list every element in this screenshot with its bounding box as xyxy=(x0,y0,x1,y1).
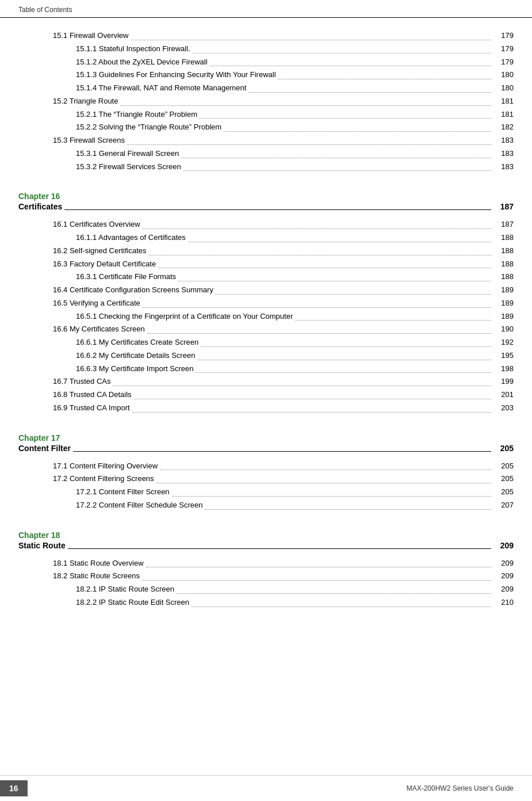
toc-entry-page: 201 xyxy=(493,388,514,402)
toc-entry-page: 179 xyxy=(493,43,514,56)
toc-entry: 15.1.1 Stateful Inspection Firewall.179 xyxy=(76,43,514,56)
toc-entry: 16.3.1 Certificate File Formats188 xyxy=(76,270,514,284)
toc-entry-page: 188 xyxy=(493,258,514,271)
toc-entry: 18.2.1 IP Static Route Screen209 xyxy=(76,583,514,596)
toc-entry-title: 17.1 Content Filtering Overview xyxy=(53,460,158,473)
toc-entry-title: 17.2.1 Content Filter Screen xyxy=(76,486,170,499)
toc-entry: 15.2.1 The “Triangle Route” Problem181 xyxy=(76,108,514,121)
toc-entry-page: 209 xyxy=(493,583,514,596)
toc-entry: 15.3 Firewall Screens183 xyxy=(53,134,514,147)
toc-entry: 17.2.1 Content Filter Screen205 xyxy=(76,486,514,499)
toc-entry-page: 180 xyxy=(493,68,514,82)
toc-entry-title: 16.8 Trusted CA Details xyxy=(53,388,132,402)
toc-entry-title: 15.2.1 The “Triangle Route” Problem xyxy=(76,108,197,121)
toc-entry-page: 188 xyxy=(493,231,514,245)
toc-entry-page: 187 xyxy=(493,218,514,231)
toc-entry-title: 16.5.1 Checking the Fingerprint of a Cer… xyxy=(76,310,293,323)
toc-entry-title: 15.1.2 About the ZyXEL Device Firewall xyxy=(76,56,208,69)
page-header: Table of Contents xyxy=(0,0,532,18)
toc-entry-page: 205 xyxy=(493,460,514,473)
toc-entry-page: 195 xyxy=(493,349,514,363)
toc-entry-page: 182 xyxy=(493,121,514,134)
toc-entry: 16.2 Self-signed Certificates188 xyxy=(53,245,514,258)
toc-entry-page: 192 xyxy=(493,336,514,349)
toc-entry-title: 16.1 Certificates Overview xyxy=(53,218,140,231)
toc-entry-page: 207 xyxy=(493,499,514,512)
toc-entry-title: 15.1 Firewall Overview xyxy=(53,29,129,43)
toc-entry: 17.2.2 Content Filter Schedule Screen207 xyxy=(76,499,514,512)
toc-entry: 16.6.3 My Certificate Import Screen198 xyxy=(76,363,514,376)
toc-entry-title: 15.2.2 Solving the “Triangle Route” Prob… xyxy=(76,121,221,134)
toc-entry-title: 16.5 Verifying a Certificate xyxy=(53,297,140,310)
toc-content: 15.1 Firewall Overview17915.1.1 Stateful… xyxy=(0,18,532,644)
footer-page-num: 16 xyxy=(0,780,28,796)
toc-entry-title: 16.7 Trusted CAs xyxy=(53,375,110,388)
toc-entry-page: 180 xyxy=(493,82,514,95)
toc-entry: 15.1 Firewall Overview179 xyxy=(53,29,514,43)
toc-entry: 16.7 Trusted CAs199 xyxy=(53,375,514,388)
chapter-title-line: Content Filter205 xyxy=(18,444,514,454)
toc-entry: 15.3.2 Firewall Services Screen183 xyxy=(76,161,514,174)
toc-entry-page: 183 xyxy=(493,134,514,147)
toc-entry-page: 188 xyxy=(493,245,514,258)
toc-entry-page: 181 xyxy=(493,108,514,121)
toc-entry: 17.1 Content Filtering Overview205 xyxy=(53,460,514,473)
toc-entry-page: 189 xyxy=(493,310,514,323)
toc-entry-page: 189 xyxy=(493,284,514,297)
toc-entry: 16.5.1 Checking the Fingerprint of a Cer… xyxy=(76,310,514,323)
toc-entry-page: 179 xyxy=(493,29,514,43)
toc-entry-title: 16.6 My Certificates Screen xyxy=(53,323,145,336)
toc-entry: 18.1 Static Route Overview209 xyxy=(53,557,514,570)
toc-entry-title: 15.1.4 The Firewall, NAT and Remote Mana… xyxy=(76,82,246,95)
toc-entry: 16.4 Certificate Configuration Screens S… xyxy=(53,284,514,297)
toc-entry-title: 15.1.3 Guidelines For Enhancing Security… xyxy=(76,68,276,82)
toc-entry-page: 188 xyxy=(493,270,514,284)
toc-entry-title: 18.2.2 IP Static Route Edit Screen xyxy=(76,596,189,609)
footer-doc-title: MAX-200HW2 Series User's Guide xyxy=(407,784,532,792)
toc-entry-page: 183 xyxy=(493,147,514,161)
toc-entry: 15.2 Triangle Route181 xyxy=(53,95,514,108)
toc-entry-page: 181 xyxy=(493,95,514,108)
toc-entry-page: 190 xyxy=(493,323,514,336)
header-title: Table of Contents xyxy=(18,6,72,14)
toc-entry-title: 17.2 Content Filtering Screens xyxy=(53,472,154,486)
toc-entry-title: 15.3 Firewall Screens xyxy=(53,134,125,147)
page-footer: 16 MAX-200HW2 Series User's Guide xyxy=(0,775,532,801)
toc-entry-title: 16.4 Certificate Configuration Screens S… xyxy=(53,284,213,297)
toc-entry-page: 189 xyxy=(493,297,514,310)
chapter-title-line: Static Route209 xyxy=(18,541,514,551)
toc-entry-page: 199 xyxy=(493,375,514,388)
toc-entry-page: 205 xyxy=(493,486,514,499)
toc-entry-page: 203 xyxy=(493,402,514,415)
toc-entry: 16.6.1 My Certificates Create Screen192 xyxy=(76,336,514,349)
toc-entry: 16.9 Trusted CA Import203 xyxy=(53,402,514,415)
toc-entry: 16.5 Verifying a Certificate189 xyxy=(53,297,514,310)
toc-entry: 15.3.1 General Firewall Screen183 xyxy=(76,147,514,161)
toc-entry-title: 18.2.1 IP Static Route Screen xyxy=(76,583,174,596)
toc-entry: 16.1.1 Advantages of Certificates188 xyxy=(76,231,514,245)
toc-entry-page: 183 xyxy=(493,161,514,174)
toc-entry-page: 210 xyxy=(493,596,514,609)
chapter-heading: Chapter 16 xyxy=(18,192,514,201)
toc-entry-title: 16.2 Self-signed Certificates xyxy=(53,245,147,258)
toc-entry: 15.2.2 Solving the “Triangle Route” Prob… xyxy=(76,121,514,134)
toc-entry-title: 16.6.3 My Certificate Import Screen xyxy=(76,363,193,376)
chapter-title-line: Certificates187 xyxy=(18,202,514,212)
toc-entry: 16.6.2 My Certificate Details Screen195 xyxy=(76,349,514,363)
toc-entry: 17.2 Content Filtering Screens205 xyxy=(53,472,514,486)
toc-entry-title: 16.3 Factory Default Certificate xyxy=(53,258,156,271)
toc-entry-title: 16.6.1 My Certificates Create Screen xyxy=(76,336,198,349)
toc-entry: 15.1.4 The Firewall, NAT and Remote Mana… xyxy=(76,82,514,95)
toc-entry: 16.1 Certificates Overview187 xyxy=(53,218,514,231)
toc-entry-title: 15.2 Triangle Route xyxy=(53,95,118,108)
toc-entry: 15.1.2 About the ZyXEL Device Firewall17… xyxy=(76,56,514,69)
toc-entry-title: 18.2 Static Route Screens xyxy=(53,570,140,583)
toc-entry: 16.6 My Certificates Screen190 xyxy=(53,323,514,336)
toc-entry-title: 16.6.2 My Certificate Details Screen xyxy=(76,349,195,363)
toc-entry: 16.8 Trusted CA Details201 xyxy=(53,388,514,402)
toc-entry-title: 15.1.1 Stateful Inspection Firewall. xyxy=(76,43,190,56)
toc-entry-title: 16.9 Trusted CA Import xyxy=(53,402,130,415)
toc-entry-page: 198 xyxy=(493,363,514,376)
toc-entry-title: 15.3.1 General Firewall Screen xyxy=(76,147,179,161)
toc-entry: 18.2 Static Route Screens209 xyxy=(53,570,514,583)
